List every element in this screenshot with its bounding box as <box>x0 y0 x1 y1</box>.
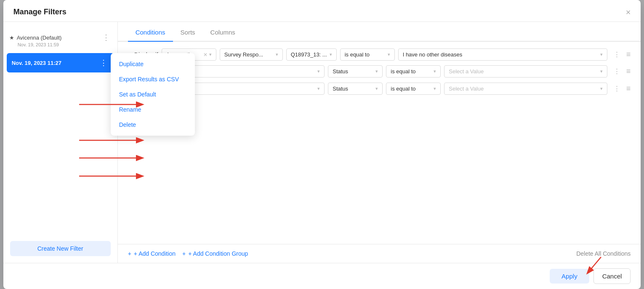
condition-row-3: And Or Participant ▾ Status ▾ <box>128 82 631 95</box>
manage-filters-modal: Manage Filters × ★ Avicenna (Default) ⋮ … <box>3 0 641 289</box>
chevron-down-icon-8: ▾ <box>434 69 436 74</box>
delete-all-conditions-button[interactable]: Delete All Conditions <box>576 250 631 257</box>
modal-header: Manage Filters × <box>3 0 641 22</box>
context-menu-item-delete[interactable]: Delete <box>111 117 195 132</box>
plus-icon-group: + <box>182 250 186 257</box>
chevron-down-icon-13: ▾ <box>600 86 603 91</box>
active-filter-label: Nov. 19, 2023 11:27 <box>12 60 61 66</box>
condition-2-col2[interactable]: Status ▾ <box>328 65 383 78</box>
chevron-down-icon-4: ▾ <box>388 52 390 57</box>
chevron-down-icon-5: ▾ <box>600 52 603 57</box>
modal-overlay: Manage Filters × ★ Avicenna (Default) ⋮ … <box>0 0 644 289</box>
sidebar: ★ Avicenna (Default) ⋮ Nov. 19, 2023 11:… <box>3 22 118 263</box>
context-menu: Duplicate Export Results as CSV Set as D… <box>111 53 195 136</box>
default-filter-date: Nov. 19, 2023 11:59 <box>18 42 59 47</box>
condition-3-dots-button[interactable]: ⋮ <box>611 83 623 95</box>
chevron-down-icon-3: ▾ <box>330 52 332 57</box>
sidebar-item-active[interactable]: Nov. 19, 2023 11:27 ⋮ Duplicate Export R… <box>7 53 114 72</box>
context-menu-item-rename[interactable]: Rename <box>111 102 195 117</box>
condition-2-dots-button[interactable]: ⋮ <box>611 65 623 78</box>
default-filter-dots-button[interactable]: ⋮ <box>101 33 112 42</box>
apply-button[interactable]: Apply <box>550 269 589 284</box>
condition-2-operator[interactable]: is equal to ▾ <box>386 65 441 78</box>
chevron-down-icon-6: ▾ <box>317 69 320 74</box>
plus-icon-condition: + <box>128 250 131 257</box>
modal-title: Manage Filters <box>13 8 67 16</box>
create-new-filter-button[interactable]: Create New Filter <box>10 241 111 256</box>
tab-columns[interactable]: Columns <box>203 22 243 42</box>
conditions-footer: + + Add Condition + + Add Condition Grou… <box>118 244 641 263</box>
condition-2-remove-button[interactable]: ≡ <box>626 67 631 76</box>
condition-1-dots-button[interactable]: ⋮ <box>611 48 623 61</box>
condition-2-value[interactable]: Select a Value ▾ <box>444 65 607 78</box>
chevron-down-icon-7: ▾ <box>375 69 378 74</box>
x-icon[interactable]: ✕ <box>203 52 208 58</box>
main-content: Conditions Sorts Columns Display if Aggr… <box>118 22 641 263</box>
condition-3-remove-button[interactable]: ≡ <box>626 84 631 93</box>
condition-row-1: Display if Aggregati... ✕ ▾ Survey Respo… <box>128 48 631 61</box>
cancel-button[interactable]: Cancel <box>593 268 631 284</box>
sidebar-item-default[interactable]: ★ Avicenna (Default) ⋮ Nov. 19, 2023 11:… <box>3 29 117 51</box>
condition-3-col2[interactable]: Status ▾ <box>328 83 383 95</box>
chevron-down-icon-12: ▾ <box>434 86 436 91</box>
chevron-down-icon-2: ▾ <box>276 52 278 57</box>
context-menu-item-export[interactable]: Export Results as CSV <box>111 72 195 87</box>
modal-body: ★ Avicenna (Default) ⋮ Nov. 19, 2023 11:… <box>3 22 641 263</box>
condition-3-operator[interactable]: is equal to ▾ <box>386 83 441 95</box>
condition-1-operator[interactable]: is equal to ▾ <box>340 48 395 61</box>
tabs-bar: Conditions Sorts Columns <box>118 22 641 42</box>
chevron-down-icon-1: ▾ <box>209 52 212 58</box>
tab-sorts[interactable]: Sorts <box>173 22 203 42</box>
condition-3-value[interactable]: Select a Value ▾ <box>444 83 607 95</box>
condition-1-value[interactable]: I have no other diseases ▾ <box>398 48 607 61</box>
context-menu-item-duplicate[interactable]: Duplicate <box>111 56 195 72</box>
add-condition-button[interactable]: + + Add Condition <box>128 250 176 257</box>
condition-1-col2[interactable]: Survey Respo... ▾ <box>220 48 283 61</box>
add-condition-group-button[interactable]: + + Add Condition Group <box>182 250 248 257</box>
close-button[interactable]: × <box>626 8 631 16</box>
modal-footer: Apply Cancel <box>3 263 641 289</box>
add-buttons-group: + + Add Condition + + Add Condition Grou… <box>128 250 248 257</box>
chevron-down-icon-9: ▾ <box>600 69 603 74</box>
active-filter-dots-button[interactable]: ⋮ <box>98 57 109 68</box>
conditions-area: Display if Aggregati... ✕ ▾ Survey Respo… <box>118 42 641 244</box>
default-filter-name: Avicenna (Default) <box>17 35 62 41</box>
chevron-down-icon-11: ▾ <box>375 86 378 91</box>
star-icon: ★ <box>9 35 14 41</box>
condition-1-remove-button[interactable]: ≡ <box>626 50 631 59</box>
condition-row-2: And Or Participant ▾ Status ▾ <box>128 65 631 78</box>
context-menu-item-set-default[interactable]: Set as Default <box>111 87 195 102</box>
chevron-down-icon-10: ▾ <box>317 86 320 91</box>
condition-1-col3[interactable]: Q18973_13: ... ▾ <box>286 48 337 61</box>
tab-conditions[interactable]: Conditions <box>128 22 173 42</box>
